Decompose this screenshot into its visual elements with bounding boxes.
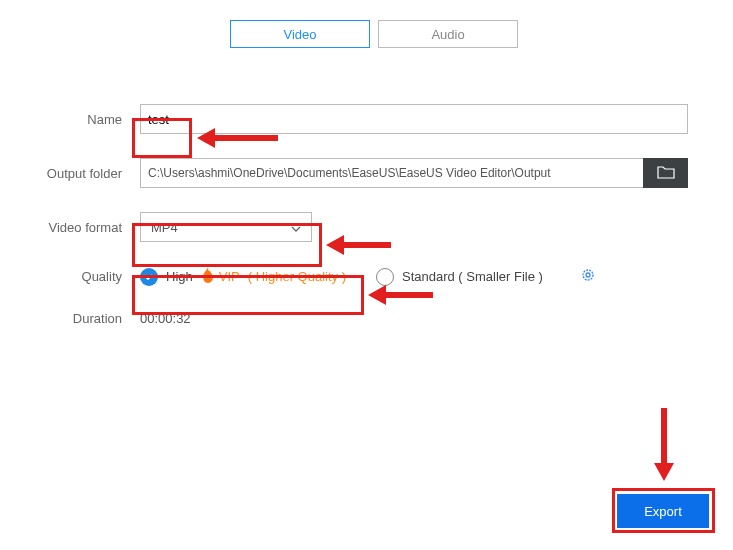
name-input[interactable] [140,104,688,134]
svg-point-0 [583,270,593,280]
export-button[interactable]: Export [617,494,709,528]
video-format-value: MP4 [151,220,178,235]
quality-standard-text: Standard ( Smaller File ) [402,269,543,284]
tab-bar: Video Audio [230,20,733,48]
quality-high-radio[interactable] [140,268,158,286]
vip-badge: VIP [219,269,240,284]
row-duration: Duration 00:00:32 [0,311,733,326]
label-video-format: Video format [0,220,122,235]
quality-high-text: High [166,269,193,284]
quality-settings-button[interactable] [579,266,597,287]
folder-icon [657,165,675,182]
svg-point-1 [586,273,590,277]
chevron-down-icon [291,220,301,235]
tab-audio[interactable]: Audio [378,20,518,48]
row-quality: Quality High VIP ( Higher Quality ) Stan… [0,266,733,287]
row-output-folder: Output folder [0,158,733,188]
browse-button[interactable] [643,158,688,188]
gear-icon [579,266,597,284]
label-quality: Quality [0,269,122,284]
flame-icon [201,267,215,287]
tab-video[interactable]: Video [230,20,370,48]
higher-quality-text: ( Higher Quality ) [248,269,346,284]
quality-standard-radio[interactable] [376,268,394,286]
label-name: Name [0,112,122,127]
row-video-format: Video format MP4 [0,212,733,242]
video-format-select[interactable]: MP4 [140,212,312,242]
label-output-folder: Output folder [0,166,122,181]
row-name: Name [0,104,733,134]
check-icon [144,272,154,282]
output-path-input[interactable] [140,158,644,188]
label-duration: Duration [0,311,122,326]
duration-value: 00:00:32 [140,311,191,326]
